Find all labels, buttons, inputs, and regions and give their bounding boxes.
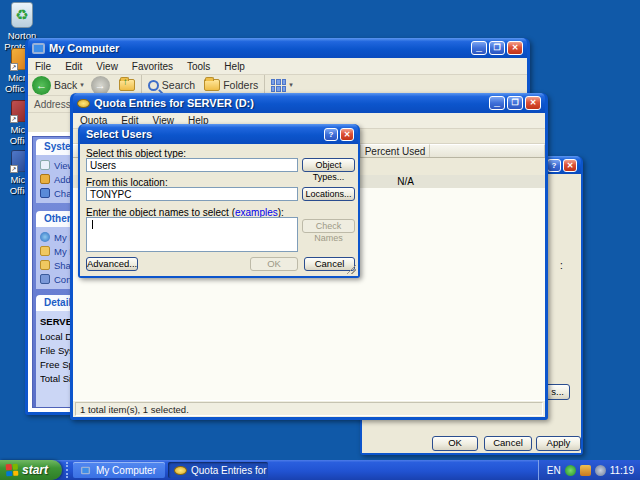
advanced-button[interactable]: Advanced...: [86, 257, 138, 271]
object-type-field[interactable]: Users: [86, 158, 298, 172]
close-button[interactable]: ✕: [563, 159, 577, 172]
properties-label-fragment: :: [560, 260, 563, 271]
object-types-button[interactable]: Object Types...: [302, 158, 355, 172]
menu-file[interactable]: File: [28, 61, 58, 72]
my-computer-icon: [32, 43, 45, 54]
quota-statusbar: 1 total item(s), 1 selected.: [73, 400, 545, 417]
dialog-title: Select Users: [86, 128, 322, 140]
minimize-button[interactable]: —: [471, 41, 487, 55]
cancel-button[interactable]: Cancel: [484, 436, 532, 451]
folders-icon[interactable]: [204, 79, 220, 91]
window-title: My Computer: [49, 42, 469, 54]
back-icon[interactable]: ←: [32, 76, 51, 95]
back-dropdown-icon[interactable]: ▾: [80, 81, 84, 89]
tray-icon-gray[interactable]: [595, 465, 606, 476]
tray-icon-orange[interactable]: [580, 465, 591, 476]
forward-icon[interactable]: →: [91, 76, 110, 95]
views-dropdown-icon[interactable]: ▾: [289, 81, 293, 89]
minimize-button[interactable]: —: [489, 96, 505, 110]
ok-button[interactable]: OK: [250, 257, 298, 271]
network-places-icon: [40, 232, 50, 242]
tray-icon-green[interactable]: [565, 465, 576, 476]
search-button-label[interactable]: Search: [162, 79, 195, 91]
maximize-button[interactable]: ❐: [489, 41, 505, 55]
menu-edit[interactable]: Edit: [58, 61, 89, 72]
taskbar-button-quota-entries[interactable]: Quota Entries for SE...: [168, 462, 268, 478]
up-icon[interactable]: ↑: [119, 79, 135, 91]
close-button[interactable]: ✕: [507, 41, 523, 55]
system-info-icon: [40, 160, 50, 170]
add-remove-programs-icon: [40, 174, 50, 184]
check-names-button[interactable]: Check Names: [302, 219, 355, 233]
back-button-label[interactable]: Back: [54, 79, 77, 91]
menu-view[interactable]: View: [89, 61, 125, 72]
menu-tools[interactable]: Tools: [180, 61, 217, 72]
window-title: Quota Entries for SERVER (D:): [94, 97, 487, 109]
folder-icon: [40, 260, 50, 270]
location-field[interactable]: TONYPC: [86, 187, 298, 201]
taskbar: start My Computer Quota Entries for SE..…: [0, 460, 640, 480]
control-panel-icon: [40, 274, 50, 284]
start-button[interactable]: start: [0, 460, 62, 480]
start-label: start: [22, 463, 48, 477]
my-computer-menubar: File Edit View Favorites Tools Help: [28, 58, 527, 75]
maximize-button[interactable]: ❐: [507, 96, 523, 110]
quota-coin-icon: [77, 99, 90, 108]
quick-launch-handle[interactable]: [66, 462, 68, 478]
my-computer-icon: [81, 466, 90, 474]
search-icon[interactable]: [148, 80, 159, 91]
ok-button[interactable]: OK: [432, 436, 478, 451]
help-button[interactable]: ?: [324, 128, 338, 141]
windows-logo-icon: [6, 464, 19, 477]
my-computer-titlebar[interactable]: My Computer — ❐ ✕: [28, 38, 527, 58]
recycle-bin-icon: ♻: [11, 2, 33, 28]
close-button[interactable]: ✕: [525, 96, 541, 110]
shortcut-arrow-icon: ↗: [10, 115, 18, 123]
locations-button[interactable]: Locations...: [302, 187, 355, 201]
percent-used-cell: N/A: [361, 176, 430, 187]
menu-favorites[interactable]: Favorites: [125, 61, 180, 72]
toolbar-separator: [264, 75, 265, 95]
views-icon[interactable]: [271, 79, 286, 92]
resize-grip[interactable]: [347, 265, 356, 274]
shortcut-arrow-icon: ↗: [10, 63, 18, 71]
change-setting-icon: [40, 188, 50, 198]
help-button[interactable]: ?: [547, 159, 561, 172]
language-indicator[interactable]: EN: [547, 465, 561, 476]
folders-button-label[interactable]: Folders: [223, 79, 258, 91]
status-text: 1 total item(s), 1 selected.: [75, 402, 543, 416]
menu-help[interactable]: Help: [217, 61, 252, 72]
system-tray: EN 11:19: [538, 460, 640, 480]
folder-icon: [40, 246, 50, 256]
close-button[interactable]: ✕: [340, 128, 354, 141]
toolbar-separator: [141, 75, 142, 95]
column-header[interactable]: [430, 144, 545, 157]
select-users-titlebar[interactable]: Select Users ? ✕: [80, 124, 358, 144]
quota-coin-icon: [174, 466, 187, 475]
column-header-percent-used[interactable]: Percent Used: [361, 144, 430, 157]
shortcut-arrow-icon: ↗: [10, 165, 18, 173]
windows-logo-icon: [495, 59, 523, 73]
object-names-input[interactable]: [86, 217, 298, 252]
quota-titlebar[interactable]: Quota Entries for SERVER (D:) — ❐ ✕: [73, 93, 545, 113]
select-users-dialog: Select Users ? ✕ Select this object type…: [78, 124, 360, 278]
text-caret: [92, 220, 93, 229]
clock[interactable]: 11:19: [610, 465, 634, 476]
apply-button[interactable]: Apply: [536, 436, 581, 451]
taskbar-button-my-computer[interactable]: My Computer: [73, 462, 165, 478]
